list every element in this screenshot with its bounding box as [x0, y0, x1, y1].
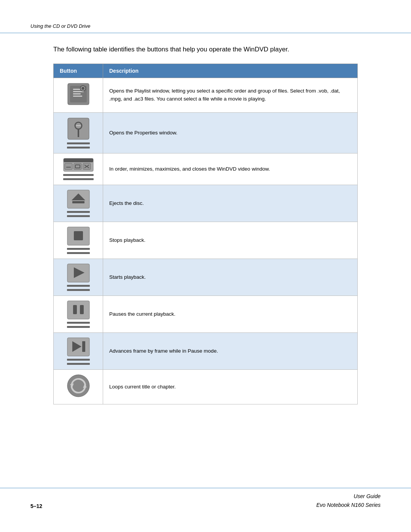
frame-advance-svg	[67, 337, 90, 356]
header-title: Using the CD or DVD Drive	[30, 23, 91, 29]
table-row: Advances frame by frame while in Pause m…	[54, 332, 358, 369]
playlist-icon	[67, 83, 90, 105]
description-cell: Ejects the disc.	[103, 185, 358, 222]
svg-rect-33	[82, 341, 85, 352]
table-row: Stops playback.	[54, 222, 358, 259]
description-cell: Opens the Properties window.	[103, 112, 358, 153]
description-cell: Pauses the current playback.	[103, 296, 358, 332]
button-cell	[54, 332, 103, 369]
window-controls-svg	[63, 158, 94, 172]
svg-rect-34	[67, 375, 89, 397]
description-cell: Loops current title or chapter.	[103, 369, 358, 404]
footer-line2: Evo Notebook N160 Series	[316, 501, 381, 509]
table-row: In order, minimizes, maximizes, and clos…	[54, 153, 358, 185]
button-cell	[54, 153, 103, 185]
description-cell: Starts playback.	[103, 259, 358, 296]
button-cell	[54, 222, 103, 259]
svg-rect-5	[73, 96, 82, 97]
loop-icon	[67, 374, 90, 397]
svg-rect-29	[73, 305, 77, 314]
playlist-svg	[67, 83, 90, 105]
svg-rect-23	[72, 201, 84, 203]
description-cell: Advances frame by frame while in Pause m…	[103, 332, 358, 369]
play-icon	[67, 264, 90, 291]
page-container: Using the CD or DVD Drive The following …	[0, 0, 411, 532]
table-row: Starts playback.	[54, 259, 358, 296]
properties-icon	[67, 117, 90, 149]
table-row: Ejects the disc.	[54, 185, 358, 222]
footer-product-info: User Guide Evo Notebook N160 Series	[316, 492, 381, 509]
stop-svg	[67, 227, 90, 246]
button-cell	[54, 296, 103, 332]
properties-svg	[67, 117, 90, 140]
footer-line1: User Guide	[316, 492, 381, 500]
table-row: Opens the Properties window.	[54, 112, 358, 153]
svg-rect-4	[73, 93, 81, 94]
svg-rect-25	[74, 231, 83, 240]
svg-rect-13	[64, 158, 93, 162]
frame-advance-icon	[67, 337, 90, 365]
svg-rect-14	[65, 163, 72, 169]
pause-svg	[67, 300, 90, 320]
intro-text: The following table identifies the butto…	[53, 45, 358, 54]
svg-rect-28	[67, 301, 89, 319]
col-header-description: Description	[103, 64, 358, 78]
footer-section: 5–12 User Guide Evo Notebook N160 Series	[0, 488, 411, 509]
table-row: Pauses the current playback.	[54, 296, 358, 332]
loop-svg	[67, 374, 90, 397]
play-svg	[67, 264, 90, 283]
buttons-table: Button Description	[53, 64, 358, 405]
button-cell	[54, 112, 103, 153]
description-cell: Stops playback.	[103, 222, 358, 259]
table-row: Opens the Playlist window, letting you s…	[54, 78, 358, 112]
description-cell: Opens the Playlist window, letting you s…	[103, 78, 358, 112]
table-row: Loops current title or chapter.	[54, 369, 358, 404]
page-number: 5–12	[30, 503, 42, 509]
header-section: Using the CD or DVD Drive	[0, 0, 411, 33]
eject-icon	[67, 190, 90, 217]
button-cell	[54, 369, 103, 404]
button-cell	[54, 259, 103, 296]
description-cell: In order, minimizes, maximizes, and clos…	[103, 153, 358, 185]
svg-rect-30	[80, 305, 84, 314]
stop-icon	[67, 227, 90, 254]
col-header-button: Button	[54, 64, 103, 78]
main-content: The following table identifies the butto…	[0, 41, 411, 412]
eject-svg	[67, 190, 90, 209]
button-cell	[54, 185, 103, 222]
window-controls-icon	[63, 158, 94, 180]
button-cell	[54, 78, 103, 112]
pause-icon	[67, 300, 90, 328]
